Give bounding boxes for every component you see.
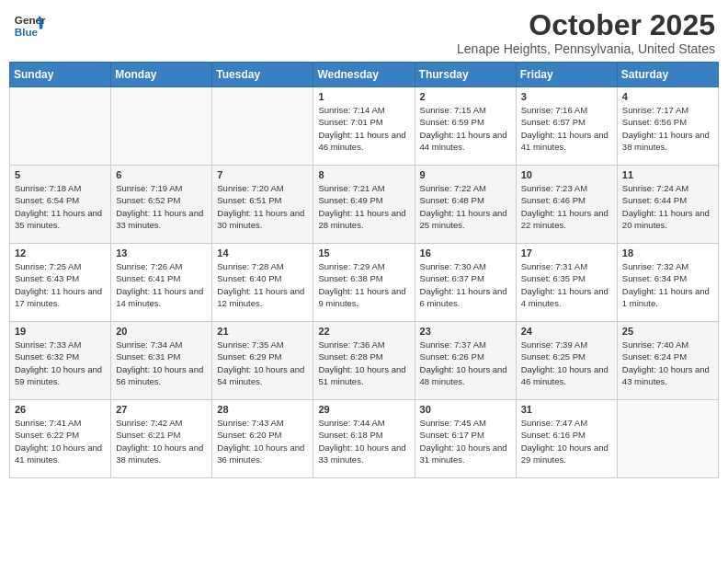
calendar-cell: 4Sunrise: 7:17 AM Sunset: 6:56 PM Daylig… — [617, 87, 718, 166]
day-info: Sunrise: 7:32 AM Sunset: 6:34 PM Dayligh… — [622, 260, 713, 309]
day-number: 7 — [217, 169, 308, 180]
title-block: October 2025 Lenape Heights, Pennsylvani… — [457, 9, 715, 56]
calendar-cell: 5Sunrise: 7:18 AM Sunset: 6:54 PM Daylig… — [10, 166, 111, 244]
calendar-cell: 10Sunrise: 7:23 AM Sunset: 6:46 PM Dayli… — [516, 166, 617, 244]
calendar-cell: 7Sunrise: 7:20 AM Sunset: 6:51 PM Daylig… — [212, 166, 313, 244]
day-info: Sunrise: 7:21 AM Sunset: 6:49 PM Dayligh… — [318, 182, 409, 231]
day-info: Sunrise: 7:23 AM Sunset: 6:46 PM Dayligh… — [521, 182, 612, 231]
calendar-cell: 30Sunrise: 7:45 AM Sunset: 6:17 PM Dayli… — [415, 400, 516, 478]
calendar-cell: 3Sunrise: 7:16 AM Sunset: 6:57 PM Daylig… — [516, 87, 617, 166]
calendar-cell: 19Sunrise: 7:33 AM Sunset: 6:32 PM Dayli… — [10, 322, 111, 400]
day-number: 27 — [116, 404, 207, 415]
day-info: Sunrise: 7:29 AM Sunset: 6:38 PM Dayligh… — [318, 260, 409, 309]
calendar-cell: 28Sunrise: 7:43 AM Sunset: 6:20 PM Dayli… — [212, 400, 313, 478]
calendar-cell: 15Sunrise: 7:29 AM Sunset: 6:38 PM Dayli… — [313, 244, 415, 322]
day-number: 14 — [217, 247, 308, 259]
calendar-cell: 24Sunrise: 7:39 AM Sunset: 6:25 PM Dayli… — [516, 322, 617, 400]
calendar-week-row: 1Sunrise: 7:14 AM Sunset: 7:01 PM Daylig… — [10, 87, 719, 166]
calendar-cell: 25Sunrise: 7:40 AM Sunset: 6:24 PM Dayli… — [617, 322, 718, 400]
day-number: 13 — [116, 247, 207, 259]
day-info: Sunrise: 7:43 AM Sunset: 6:20 PM Dayligh… — [217, 417, 308, 465]
calendar-cell: 18Sunrise: 7:32 AM Sunset: 6:34 PM Dayli… — [617, 244, 718, 322]
day-number: 6 — [116, 169, 207, 180]
day-info: Sunrise: 7:25 AM Sunset: 6:43 PM Dayligh… — [15, 260, 106, 309]
day-number: 17 — [521, 247, 612, 259]
day-number: 4 — [622, 91, 713, 102]
day-info: Sunrise: 7:24 AM Sunset: 6:44 PM Dayligh… — [622, 182, 713, 231]
day-number: 29 — [318, 404, 409, 415]
calendar-cell: 9Sunrise: 7:22 AM Sunset: 6:48 PM Daylig… — [415, 166, 516, 244]
calendar-cell: 22Sunrise: 7:36 AM Sunset: 6:28 PM Dayli… — [313, 322, 415, 400]
day-number: 31 — [521, 404, 612, 415]
day-info: Sunrise: 7:17 AM Sunset: 6:56 PM Dayligh… — [622, 104, 713, 153]
day-number: 18 — [622, 247, 713, 259]
day-info: Sunrise: 7:31 AM Sunset: 6:35 PM Dayligh… — [521, 260, 612, 309]
day-info: Sunrise: 7:34 AM Sunset: 6:31 PM Dayligh… — [116, 339, 207, 387]
day-info: Sunrise: 7:33 AM Sunset: 6:32 PM Dayligh… — [15, 339, 106, 387]
calendar-cell: 11Sunrise: 7:24 AM Sunset: 6:44 PM Dayli… — [617, 166, 718, 244]
day-header-sunday: Sunday — [10, 63, 111, 87]
calendar-week-row: 5Sunrise: 7:18 AM Sunset: 6:54 PM Daylig… — [10, 166, 719, 244]
day-info: Sunrise: 7:35 AM Sunset: 6:29 PM Dayligh… — [217, 339, 308, 387]
day-number: 12 — [15, 247, 106, 259]
calendar-cell — [10, 87, 111, 166]
day-info: Sunrise: 7:26 AM Sunset: 6:41 PM Dayligh… — [116, 260, 207, 309]
day-info: Sunrise: 7:20 AM Sunset: 6:51 PM Dayligh… — [217, 182, 308, 231]
calendar-cell: 27Sunrise: 7:42 AM Sunset: 6:21 PM Dayli… — [111, 400, 212, 478]
day-number: 19 — [15, 326, 106, 337]
calendar-table: SundayMondayTuesdayWednesdayThursdayFrid… — [9, 62, 719, 478]
calendar-week-row: 26Sunrise: 7:41 AM Sunset: 6:22 PM Dayli… — [10, 400, 719, 478]
calendar-cell: 23Sunrise: 7:37 AM Sunset: 6:26 PM Dayli… — [415, 322, 516, 400]
day-info: Sunrise: 7:47 AM Sunset: 6:16 PM Dayligh… — [521, 417, 612, 465]
day-info: Sunrise: 7:19 AM Sunset: 6:52 PM Dayligh… — [116, 182, 207, 231]
day-info: Sunrise: 7:15 AM Sunset: 6:59 PM Dayligh… — [420, 104, 511, 153]
day-number: 21 — [217, 326, 308, 337]
day-header-saturday: Saturday — [617, 63, 718, 87]
location: Lenape Heights, Pennsylvania, United Sta… — [457, 41, 715, 56]
calendar-cell: 1Sunrise: 7:14 AM Sunset: 7:01 PM Daylig… — [313, 87, 415, 166]
day-number: 8 — [318, 169, 409, 180]
day-info: Sunrise: 7:16 AM Sunset: 6:57 PM Dayligh… — [521, 104, 612, 153]
day-info: Sunrise: 7:39 AM Sunset: 6:25 PM Dayligh… — [521, 339, 612, 387]
day-number: 24 — [521, 326, 612, 337]
day-info: Sunrise: 7:37 AM Sunset: 6:26 PM Dayligh… — [420, 339, 511, 387]
logo: General Blue — [13, 9, 46, 42]
calendar-cell: 21Sunrise: 7:35 AM Sunset: 6:29 PM Dayli… — [212, 322, 313, 400]
day-number: 15 — [318, 247, 409, 259]
day-info: Sunrise: 7:44 AM Sunset: 6:18 PM Dayligh… — [318, 417, 409, 465]
calendar-header-row: SundayMondayTuesdayWednesdayThursdayFrid… — [10, 63, 719, 87]
day-number: 10 — [521, 169, 612, 180]
calendar-cell: 31Sunrise: 7:47 AM Sunset: 6:16 PM Dayli… — [516, 400, 617, 478]
logo-icon: General Blue — [13, 9, 46, 42]
month-title: October 2025 — [457, 9, 715, 41]
day-header-wednesday: Wednesday — [313, 63, 415, 87]
day-info: Sunrise: 7:42 AM Sunset: 6:21 PM Dayligh… — [116, 417, 207, 465]
day-info: Sunrise: 7:22 AM Sunset: 6:48 PM Dayligh… — [420, 182, 511, 231]
day-number: 22 — [318, 326, 409, 337]
day-number: 9 — [420, 169, 511, 180]
day-number: 1 — [318, 91, 409, 102]
day-info: Sunrise: 7:30 AM Sunset: 6:37 PM Dayligh… — [420, 260, 511, 309]
calendar-cell: 12Sunrise: 7:25 AM Sunset: 6:43 PM Dayli… — [10, 244, 111, 322]
svg-text:Blue: Blue — [15, 26, 39, 38]
calendar-cell: 13Sunrise: 7:26 AM Sunset: 6:41 PM Dayli… — [111, 244, 212, 322]
calendar-cell: 14Sunrise: 7:28 AM Sunset: 6:40 PM Dayli… — [212, 244, 313, 322]
day-info: Sunrise: 7:36 AM Sunset: 6:28 PM Dayligh… — [318, 339, 409, 387]
day-header-tuesday: Tuesday — [212, 63, 313, 87]
calendar-cell — [617, 400, 718, 478]
day-number: 2 — [420, 91, 511, 102]
day-header-monday: Monday — [111, 63, 212, 87]
day-number: 25 — [622, 326, 713, 337]
calendar-cell: 26Sunrise: 7:41 AM Sunset: 6:22 PM Dayli… — [10, 400, 111, 478]
calendar-cell: 6Sunrise: 7:19 AM Sunset: 6:52 PM Daylig… — [111, 166, 212, 244]
calendar-cell: 2Sunrise: 7:15 AM Sunset: 6:59 PM Daylig… — [415, 87, 516, 166]
day-number: 26 — [15, 404, 106, 415]
calendar-body: 1Sunrise: 7:14 AM Sunset: 7:01 PM Daylig… — [10, 87, 719, 478]
day-number: 20 — [116, 326, 207, 337]
day-info: Sunrise: 7:28 AM Sunset: 6:40 PM Dayligh… — [217, 260, 308, 309]
calendar-cell: 16Sunrise: 7:30 AM Sunset: 6:37 PM Dayli… — [415, 244, 516, 322]
calendar-cell: 17Sunrise: 7:31 AM Sunset: 6:35 PM Dayli… — [516, 244, 617, 322]
day-number: 28 — [217, 404, 308, 415]
day-info: Sunrise: 7:41 AM Sunset: 6:22 PM Dayligh… — [15, 417, 106, 465]
day-header-thursday: Thursday — [415, 63, 516, 87]
